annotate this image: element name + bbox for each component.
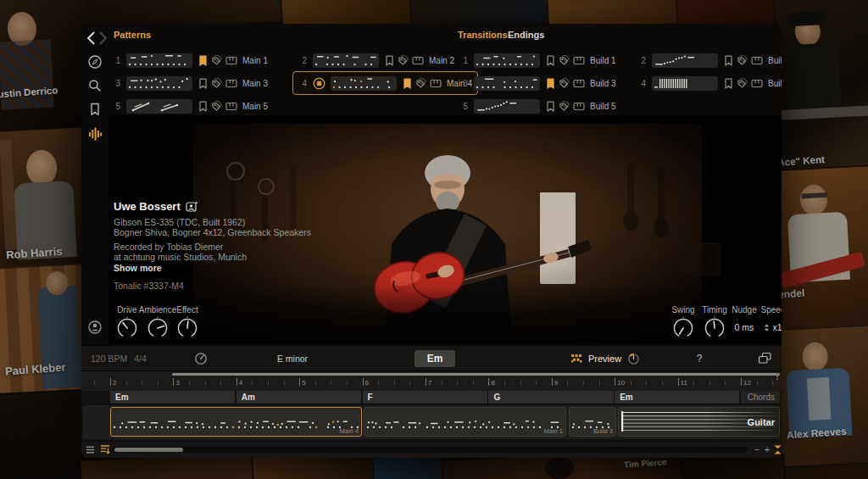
- timeline-clip-build-3[interactable]: Build 3: [569, 407, 616, 437]
- pattern-stop-button[interactable]: [313, 77, 326, 90]
- pattern-slot-build-3[interactable]: 3Build 3: [453, 71, 622, 95]
- pattern-thumbnail[interactable]: [652, 76, 718, 91]
- knob-dial[interactable]: [145, 315, 170, 341]
- current-chord-chip[interactable]: Em: [415, 350, 455, 367]
- chord-block-f[interactable]: F: [363, 391, 487, 404]
- keyboard-icon[interactable]: [751, 56, 763, 65]
- chord-lane[interactable]: EmAmFGEmChords: [81, 391, 782, 404]
- tag-icon[interactable]: [737, 78, 748, 88]
- ruler-bar-tick: [363, 378, 364, 386]
- pattern-thumbnail[interactable]: [126, 53, 192, 68]
- keyboard-icon[interactable]: [225, 79, 237, 88]
- account-icon[interactable]: [87, 320, 103, 335]
- pattern-thumbnail[interactable]: [652, 53, 718, 68]
- tag-icon[interactable]: [737, 55, 748, 65]
- chord-block-am[interactable]: Am: [236, 391, 361, 404]
- pattern-thumbnail[interactable]: [474, 99, 540, 114]
- timeline-clip-main-4[interactable]: Main 4: [110, 407, 362, 437]
- keyboard-icon[interactable]: [573, 102, 585, 111]
- pattern-thumbnail[interactable]: [313, 53, 379, 68]
- tag-icon[interactable]: [398, 55, 409, 65]
- horizontal-scrollbar[interactable]: [112, 447, 748, 453]
- waveform-view-icon[interactable]: [87, 126, 103, 142]
- knob-dial[interactable]: [702, 315, 727, 341]
- zoom-in-button[interactable]: +: [763, 442, 771, 458]
- knob-drive[interactable]: Drive: [112, 305, 142, 341]
- bookmark-icon[interactable]: [724, 55, 733, 66]
- ruler-minor-tick: [442, 381, 442, 385]
- ruler-bar-number: 6: [365, 379, 369, 387]
- pattern-thumbnail[interactable]: [126, 76, 192, 91]
- pattern-track-lane[interactable]: Main 4Main 1Build 3: [83, 405, 780, 439]
- stop-icon[interactable]: [313, 77, 326, 90]
- knob-swing[interactable]: Swing: [668, 305, 698, 341]
- pattern-glyph: [126, 99, 192, 114]
- tag-icon[interactable]: [211, 101, 222, 111]
- pattern-thumbnail[interactable]: [126, 99, 192, 114]
- follow-playhead-icon[interactable]: [100, 444, 110, 455]
- knob-dial[interactable]: [175, 315, 200, 341]
- bookmark-icon[interactable]: [198, 101, 208, 112]
- window-panes-icon[interactable]: [758, 352, 772, 365]
- zoom-out-button[interactable]: −: [753, 442, 761, 458]
- help-button[interactable]: ?: [687, 346, 712, 371]
- keyboard-icon[interactable]: [751, 79, 763, 88]
- bookmark-icon[interactable]: [198, 78, 208, 89]
- pattern-slot-main-3[interactable]: 3Main 3: [106, 71, 274, 95]
- tempo-display[interactable]: 120 BPM 4/4: [91, 346, 147, 371]
- pattern-slot-build-5[interactable]: 5Build 5: [453, 94, 622, 118]
- horizontal-scrollbar-thumb[interactable]: [114, 448, 183, 452]
- bookmark-icon[interactable]: [546, 78, 555, 89]
- bookmark-icon[interactable]: [198, 55, 208, 66]
- bookmark-icon[interactable]: [724, 78, 733, 89]
- keyboard-icon[interactable]: [225, 56, 237, 65]
- pattern-slot-build-1[interactable]: 1Build 1: [453, 48, 622, 72]
- knob-dial[interactable]: [114, 315, 140, 341]
- bookmark-icon[interactable]: [403, 78, 412, 89]
- pattern-thumbnail[interactable]: [474, 53, 540, 68]
- chord-block-em[interactable]: Em: [110, 391, 235, 404]
- pattern-thumbnail[interactable]: [331, 76, 397, 91]
- artist-card-icon[interactable]: [186, 201, 198, 212]
- bookmark-icon[interactable]: [546, 101, 555, 112]
- ruler-minor-tick: [252, 381, 253, 385]
- key-display[interactable]: E minor: [250, 346, 335, 371]
- keyboard-icon[interactable]: [430, 79, 442, 88]
- pattern-thumbnail[interactable]: [474, 76, 540, 91]
- knob-dial[interactable]: [670, 315, 696, 341]
- knob-ambience[interactable]: Ambience: [142, 305, 173, 341]
- knob-timing[interactable]: Timing: [699, 305, 730, 341]
- fit-vertical-icon[interactable]: [773, 445, 782, 454]
- speed-control[interactable]: Speedx1: [756, 305, 782, 332]
- tag-icon[interactable]: [415, 78, 426, 88]
- keyboard-icon[interactable]: [573, 79, 585, 88]
- pattern-slot-build-2[interactable]: 2Build 2: [632, 48, 782, 72]
- tag-icon[interactable]: [211, 78, 222, 88]
- show-more-link[interactable]: Show more: [114, 263, 368, 273]
- track-list-icon[interactable]: [86, 445, 95, 454]
- pattern-slot-main-2[interactable]: 2Main 2: [292, 48, 460, 72]
- pattern-slot-build-4[interactable]: 4Build 4: [632, 71, 782, 95]
- tag-icon[interactable]: [211, 55, 222, 65]
- bookmark-icon[interactable]: [546, 55, 555, 66]
- pattern-slot-main-5[interactable]: 5Main 5: [106, 94, 274, 118]
- timeline-scroll-indicator[interactable]: [172, 373, 780, 376]
- timeline-drag-handle[interactable]: [776, 372, 779, 381]
- tag-icon[interactable]: [559, 55, 570, 65]
- metronome-icon[interactable]: [194, 352, 208, 365]
- pattern-slot-main-4[interactable]: 4Main 4: [292, 71, 478, 95]
- knob-effect[interactable]: Effect: [172, 305, 203, 341]
- keyboard-icon[interactable]: [573, 56, 585, 65]
- ruler-bar-number: 5: [302, 379, 305, 387]
- chord-block-g[interactable]: G: [488, 391, 613, 404]
- tag-icon[interactable]: [559, 78, 570, 88]
- pattern-slot-main-1[interactable]: 1Main 1: [106, 48, 274, 72]
- keyboard-icon[interactable]: [225, 102, 237, 111]
- bookmark-icon[interactable]: [385, 55, 394, 66]
- keyboard-icon[interactable]: [412, 56, 424, 65]
- timeline-clip-main-1[interactable]: Main 1: [364, 407, 566, 437]
- preview-control[interactable]: Preview: [571, 346, 640, 371]
- chord-block-em[interactable]: Em: [615, 391, 739, 404]
- tag-icon[interactable]: [559, 101, 570, 111]
- pattern-slot-icons: [385, 55, 424, 66]
